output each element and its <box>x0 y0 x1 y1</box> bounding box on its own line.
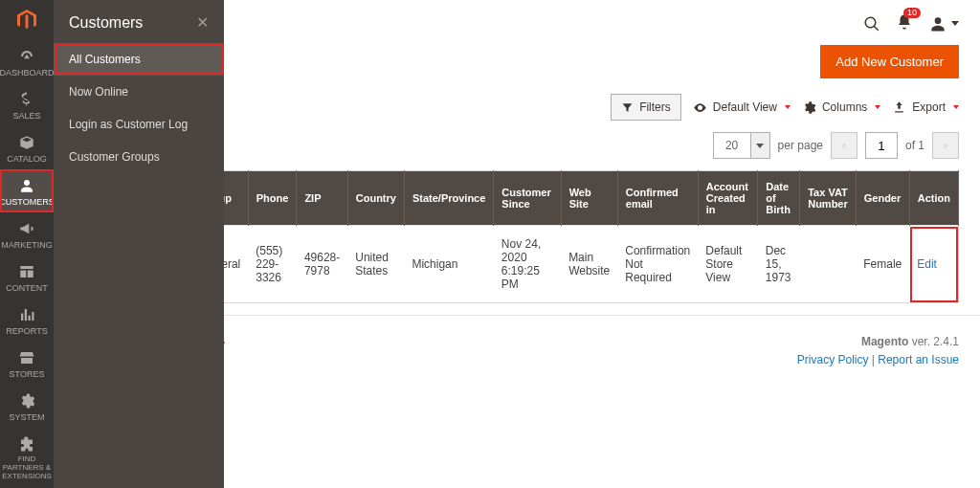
nav-label: DASHBOARD <box>0 68 55 78</box>
edit-link[interactable]: Edit <box>917 257 937 271</box>
cell-tax <box>800 226 857 303</box>
cell-country: United States <box>347 226 404 303</box>
puzzle-icon <box>18 435 35 453</box>
nav-marketing[interactable]: MARKETING <box>0 212 54 255</box>
account-menu[interactable] <box>928 14 959 33</box>
nav-label: CATALOG <box>7 154 47 164</box>
chevron-down-icon <box>953 105 959 109</box>
nav-label: CONTENT <box>6 283 48 293</box>
nav-catalog[interactable]: CATALOG <box>0 126 54 169</box>
chevron-down-icon <box>875 105 880 109</box>
chevron-down-icon <box>951 21 959 26</box>
nav-sales[interactable]: SALES <box>0 83 54 126</box>
magento-logo[interactable] <box>0 0 54 40</box>
col-country[interactable]: Country <box>347 171 404 226</box>
col-phone[interactable]: Phone <box>248 171 297 226</box>
nav-label: CUSTOMERS <box>0 197 55 207</box>
cell-state: Michigan <box>404 226 493 303</box>
per-page-label: per page <box>778 139 823 152</box>
cell-confirmed: Confirmation Not Required <box>617 226 698 303</box>
cell-website: Main Website <box>561 226 617 303</box>
nav-label: FIND PARTNERS & EXTENSIONS <box>2 455 52 480</box>
col-dob[interactable]: Date of Birth <box>758 171 800 226</box>
pager: 20 per page ‹ of 1 › <box>713 132 959 159</box>
nav-find-partners[interactable]: FIND PARTNERS & EXTENSIONS <box>0 428 54 486</box>
pager-next[interactable]: › <box>932 132 959 159</box>
gear-icon <box>18 392 35 410</box>
funnel-icon <box>621 101 634 114</box>
col-gender[interactable]: Gender <box>856 171 909 226</box>
cell-phone: (555) 229-3326 <box>248 226 297 303</box>
export-icon <box>892 100 906 115</box>
columns-button[interactable]: Columns <box>802 100 880 115</box>
customers-flyout: Customers ✕ All Customers Now Online Log… <box>54 0 224 488</box>
col-tax[interactable]: Tax VAT Number <box>800 171 857 226</box>
gauge-icon <box>18 48 35 65</box>
gear-icon <box>802 100 816 115</box>
col-website[interactable]: Web Site <box>561 171 617 226</box>
footer-version: ver. 2.4.1 <box>908 335 959 348</box>
cell-action: Edit <box>909 226 958 303</box>
report-issue-link[interactable]: Report an Issue <box>878 353 959 366</box>
page-size-value: 20 <box>713 132 751 159</box>
nav-reports[interactable]: REPORTS <box>0 299 54 342</box>
dollar-icon <box>18 91 35 108</box>
privacy-policy-link[interactable]: Privacy Policy <box>797 353 869 366</box>
admin-rail: DASHBOARD SALES CATALOG CUSTOMERS MARKET… <box>0 0 54 488</box>
col-state[interactable]: State/Province <box>404 171 493 226</box>
nav-system[interactable]: SYSTEM <box>0 385 54 428</box>
nav-dashboard[interactable]: DASHBOARD <box>0 40 54 83</box>
nav-label: MARKETING <box>1 240 53 250</box>
pager-of-label: of 1 <box>905 139 924 152</box>
nav-stores[interactable]: STORES <box>0 342 54 385</box>
page-size-dropdown[interactable] <box>751 132 770 159</box>
notif-badge: 10 <box>903 8 921 18</box>
flyout-title: Customers <box>69 14 143 32</box>
filters-label: Filters <box>639 100 671 114</box>
flyout-item-now-online[interactable]: Now Online <box>54 76 224 108</box>
nav-label: SYSTEM <box>9 412 44 422</box>
layout-icon <box>18 263 35 280</box>
flyout-item-login-log[interactable]: Login as Customer Log <box>54 108 224 141</box>
nav-label: REPORTS <box>6 326 47 336</box>
nav-label: SALES <box>12 111 40 121</box>
nav-content[interactable]: CONTENT <box>0 255 54 299</box>
nav-customers[interactable]: CUSTOMERS <box>0 169 54 212</box>
megaphone-icon <box>18 220 35 237</box>
col-since[interactable]: Customer Since <box>494 171 561 226</box>
pager-prev[interactable]: ‹ <box>831 132 858 159</box>
pager-page-input[interactable] <box>865 132 898 159</box>
flyout-item-groups[interactable]: Customer Groups <box>54 141 224 173</box>
cell-gender: Female <box>856 226 909 303</box>
flyout-item-all-customers[interactable]: All Customers <box>54 43 224 76</box>
col-created-in[interactable]: Account Created in <box>698 171 757 226</box>
cell-since: Nov 24, 2020 6:19:25 PM <box>494 226 561 303</box>
default-view-button[interactable]: Default View <box>693 100 791 115</box>
col-confirmed[interactable]: Confirmed email <box>617 171 698 226</box>
col-action[interactable]: Action <box>909 171 958 226</box>
close-icon[interactable]: ✕ <box>196 13 209 32</box>
chevron-down-icon <box>785 105 791 109</box>
cell-zip: 49628-7978 <box>297 226 347 303</box>
col-zip[interactable]: ZIP <box>297 171 347 226</box>
user-icon <box>928 14 947 33</box>
person-icon <box>18 177 35 194</box>
nav-label: STORES <box>10 369 45 379</box>
cell-created-in: Default Store View <box>698 226 757 303</box>
box-icon <box>18 134 35 151</box>
notifications-button[interactable]: 10 <box>896 13 913 33</box>
export-button[interactable]: Export <box>892 100 959 115</box>
add-new-customer-button[interactable]: Add New Customer <box>820 45 959 78</box>
chart-icon <box>18 306 35 323</box>
search-icon[interactable] <box>863 15 880 33</box>
cell-dob: Dec 15, 1973 <box>758 226 800 303</box>
eye-icon <box>693 100 707 115</box>
filters-button[interactable]: Filters <box>611 94 681 121</box>
footer-brand: Magento <box>861 335 908 348</box>
store-icon <box>18 349 35 366</box>
